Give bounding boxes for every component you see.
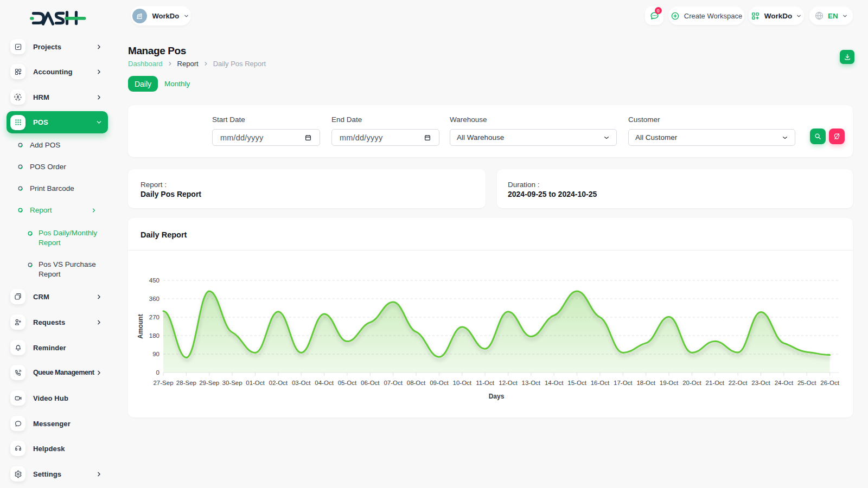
svg-text:11-Oct: 11-Oct — [476, 380, 494, 386]
svg-text:24-Oct: 24-Oct — [775, 380, 794, 386]
svg-text:05-Oct: 05-Oct — [338, 380, 357, 386]
svg-text:16-Oct: 16-Oct — [591, 380, 610, 386]
svg-text:29-Sep: 29-Sep — [199, 380, 219, 386]
svg-text:15-Oct: 15-Oct — [567, 380, 586, 386]
svg-text:07-Oct: 07-Oct — [384, 380, 403, 386]
svg-text:450: 450 — [149, 277, 159, 284]
svg-text:Amount: Amount — [137, 314, 144, 338]
svg-text:06-Oct: 06-Oct — [361, 380, 380, 386]
svg-text:26-Oct: 26-Oct — [820, 380, 839, 386]
svg-text:28-Sep: 28-Sep — [176, 380, 196, 386]
svg-text:360: 360 — [149, 296, 159, 302]
svg-text:18-Oct: 18-Oct — [636, 380, 655, 386]
svg-text:23-Oct: 23-Oct — [751, 380, 770, 386]
svg-text:10-Oct: 10-Oct — [453, 380, 472, 386]
svg-text:0: 0 — [156, 369, 159, 376]
svg-text:08-Oct: 08-Oct — [407, 380, 426, 386]
svg-text:20-Oct: 20-Oct — [682, 380, 701, 386]
svg-text:17-Oct: 17-Oct — [614, 380, 633, 386]
svg-text:02-Oct: 02-Oct — [269, 380, 288, 386]
svg-text:25-Oct: 25-Oct — [797, 380, 816, 386]
svg-text:01-Oct: 01-Oct — [246, 380, 265, 386]
svg-text:03-Oct: 03-Oct — [292, 380, 311, 386]
svg-text:21-Oct: 21-Oct — [706, 380, 725, 386]
svg-text:14-Oct: 14-Oct — [545, 380, 564, 386]
svg-text:90: 90 — [152, 351, 159, 357]
svg-text:22-Oct: 22-Oct — [729, 380, 748, 386]
svg-text:19-Oct: 19-Oct — [660, 380, 679, 386]
svg-text:Days: Days — [489, 393, 505, 400]
svg-text:27-Sep: 27-Sep — [153, 380, 173, 386]
svg-text:13-Oct: 13-Oct — [522, 380, 541, 386]
svg-text:12-Oct: 12-Oct — [499, 380, 518, 386]
svg-text:04-Oct: 04-Oct — [315, 380, 334, 386]
svg-text:09-Oct: 09-Oct — [430, 380, 449, 386]
svg-text:270: 270 — [149, 314, 159, 320]
svg-text:180: 180 — [149, 332, 159, 339]
svg-text:30-Sep: 30-Sep — [222, 380, 242, 386]
